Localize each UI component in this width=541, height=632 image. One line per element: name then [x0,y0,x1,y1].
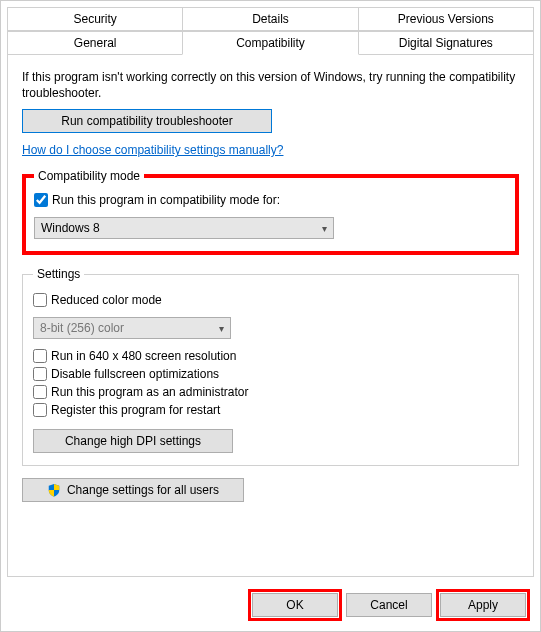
tab-row-2: General Compatibility Digital Signatures [7,31,534,55]
tab-body-compatibility: If this program isn't working correctly … [7,54,534,577]
settings-legend: Settings [33,267,84,281]
tab-details[interactable]: Details [182,7,358,31]
register-restart-label: Register this program for restart [51,403,220,417]
dialog-button-bar: OK Cancel Apply [1,583,540,631]
disable-fs-label: Disable fullscreen optimizations [51,367,219,381]
help-link[interactable]: How do I choose compatibility settings m… [22,143,283,157]
reduced-color-row[interactable]: Reduced color mode [33,293,508,307]
compat-mode-label: Run this program in compatibility mode f… [52,193,280,207]
run-admin-label: Run this program as an administrator [51,385,248,399]
chevron-down-icon: ▾ [322,223,327,234]
run-admin-checkbox[interactable] [33,385,47,399]
shield-icon [47,483,61,497]
tab-previous-versions[interactable]: Previous Versions [358,7,534,31]
compat-mode-checkbox-row[interactable]: Run this program in compatibility mode f… [34,193,507,207]
settings-group: Settings Reduced color mode 8-bit (256) … [22,267,519,466]
run-640-row[interactable]: Run in 640 x 480 screen resolution [33,349,508,363]
reduced-color-checkbox[interactable] [33,293,47,307]
compatibility-mode-legend: Compatibility mode [34,169,144,183]
tab-security[interactable]: Security [7,7,183,31]
compat-mode-checkbox[interactable] [34,193,48,207]
change-all-users-label: Change settings for all users [67,483,219,497]
chevron-down-icon: ▾ [219,323,224,334]
compat-mode-os-combo[interactable]: Windows 8 ▾ [34,217,334,239]
properties-dialog: Security Details Previous Versions Gener… [0,0,541,632]
tab-general[interactable]: General [7,31,183,55]
run-troubleshooter-button[interactable]: Run compatibility troubleshooter [22,109,272,133]
compat-mode-os-value: Windows 8 [41,221,100,235]
tab-row-1: Security Details Previous Versions [7,7,534,31]
tab-digital-signatures[interactable]: Digital Signatures [358,31,534,55]
change-all-users-button[interactable]: Change settings for all users [22,478,244,502]
change-dpi-button[interactable]: Change high DPI settings [33,429,233,453]
tab-compatibility[interactable]: Compatibility [182,31,358,55]
run-640-checkbox[interactable] [33,349,47,363]
register-restart-checkbox[interactable] [33,403,47,417]
color-mode-combo: 8-bit (256) color ▾ [33,317,231,339]
register-restart-row[interactable]: Register this program for restart [33,403,508,417]
tabs-area: Security Details Previous Versions Gener… [1,1,540,55]
disable-fs-checkbox[interactable] [33,367,47,381]
compatibility-mode-group: Compatibility mode Run this program in c… [22,169,519,255]
reduced-color-label: Reduced color mode [51,293,162,307]
intro-text: If this program isn't working correctly … [22,69,519,101]
color-mode-value: 8-bit (256) color [40,321,124,335]
ok-button[interactable]: OK [252,593,338,617]
cancel-button[interactable]: Cancel [346,593,432,617]
disable-fs-row[interactable]: Disable fullscreen optimizations [33,367,508,381]
run-admin-row[interactable]: Run this program as an administrator [33,385,508,399]
apply-button[interactable]: Apply [440,593,526,617]
run-640-label: Run in 640 x 480 screen resolution [51,349,236,363]
